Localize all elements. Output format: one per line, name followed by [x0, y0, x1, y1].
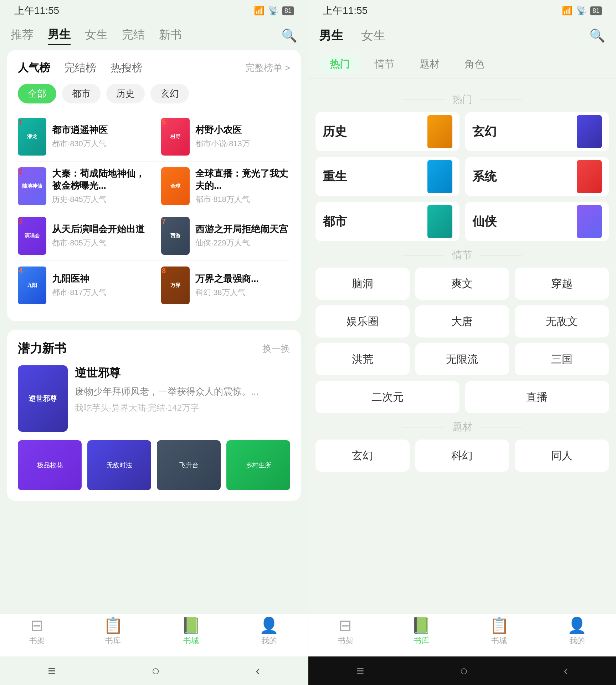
- right-tab-bar: 热门 情节 题材 角色: [308, 50, 616, 78]
- book-cover: 全球 6: [161, 167, 190, 205]
- book-meta: 仙侠·229万人气: [195, 238, 290, 248]
- genre-item-system[interactable]: 系统: [465, 157, 609, 196]
- genre-thumb: [427, 115, 452, 148]
- genre-item-reborn[interactable]: 重生: [315, 157, 460, 196]
- list-item[interactable]: 极品校花: [18, 440, 82, 490]
- rank-number: 5: [162, 118, 166, 126]
- tag-brainstorm[interactable]: 脑洞: [315, 268, 410, 300]
- right-tab-bookshelf[interactable]: ⊟ 书架: [338, 618, 353, 646]
- book-info: 村野小农医 都市小说·813万: [195, 124, 290, 149]
- nav-item-complete[interactable]: 完结: [122, 27, 145, 44]
- rank-tab-hot-search[interactable]: 热搜榜: [111, 61, 143, 75]
- right-tab-library[interactable]: 📗 书库: [411, 618, 431, 646]
- tab-profile-label: 我的: [569, 635, 585, 646]
- tab-library[interactable]: 📋 书库: [103, 618, 123, 646]
- tab-store-label: 书城: [183, 635, 199, 646]
- book-title: 全球直播：竟光了我丈夫的...: [195, 168, 290, 192]
- home-button[interactable]: ○: [460, 663, 468, 679]
- tab-profile[interactable]: 👤 我的: [259, 618, 279, 646]
- refresh-action[interactable]: 换一换: [262, 342, 290, 355]
- tag-entertainment[interactable]: 娱乐圈: [315, 305, 410, 338]
- menu-button[interactable]: ≡: [356, 663, 364, 679]
- back-button[interactable]: ‹: [564, 663, 568, 679]
- list-item[interactable]: 飞升台: [157, 440, 221, 490]
- right-bottom-tab-bar: ⊟ 书架 📗 书库 📋 书城 👤 我的: [308, 614, 616, 656]
- profile-icon: 👤: [259, 618, 279, 633]
- tag-invincible[interactable]: 无敌文: [515, 305, 609, 338]
- tab-hot[interactable]: 热门: [319, 54, 360, 75]
- right-top-nav: 男生 女生 🔍: [308, 21, 616, 50]
- table-row[interactable]: 村野 5 村野小农医 都市小说·813万: [154, 112, 290, 162]
- genre-item-fantasy[interactable]: 玄幻: [465, 112, 609, 151]
- book-cover: 演唱会 3: [18, 217, 46, 255]
- filter-fantasy[interactable]: 玄幻: [150, 84, 189, 103]
- rank-tabs: 人气榜 完结榜 热搜榜 完整榜单 >: [18, 61, 290, 75]
- filter-urban[interactable]: 都市: [62, 84, 101, 103]
- tag-sanguo[interactable]: 三国: [515, 343, 609, 375]
- profile-icon: 👤: [567, 618, 587, 633]
- filter-history[interactable]: 历史: [106, 84, 145, 103]
- home-button[interactable]: ○: [152, 663, 160, 679]
- nav-item-male[interactable]: 男生: [48, 27, 71, 45]
- tab-character[interactable]: 角色: [454, 54, 495, 75]
- genre-name: 历史: [323, 123, 347, 140]
- tag-livestream[interactable]: 直播: [465, 381, 609, 413]
- genre-name: 都市: [323, 213, 347, 230]
- tag-honghuang[interactable]: 洪荒: [315, 343, 410, 375]
- genre-item-urban[interactable]: 都市: [315, 202, 460, 241]
- right-tab-profile[interactable]: 👤 我的: [567, 618, 587, 646]
- tag-anime[interactable]: 二次元: [315, 381, 460, 413]
- tag-datang[interactable]: 大唐: [415, 305, 509, 338]
- table-row[interactable]: 万界 8 万界之最强商... 科幻·38万人气: [154, 261, 290, 310]
- right-search-button[interactable]: 🔍: [589, 28, 605, 43]
- genre-thumb: [577, 160, 602, 193]
- genre-thumb: [577, 205, 602, 238]
- table-row[interactable]: 潜龙 1 都市逍遥神医 都市·830万人气: [18, 112, 154, 162]
- rank-tab-complete[interactable]: 完结榜: [64, 61, 96, 75]
- genre-thumb: [577, 115, 602, 148]
- filter-all[interactable]: 全部: [18, 84, 56, 103]
- battery-indicator: 81: [282, 6, 294, 15]
- table-row[interactable]: 西游 7 西游之开局拒绝闹天宫 仙侠·229万人气: [154, 211, 290, 261]
- book-info: 大秦：荀成陆地神仙，被金榜曝光... 历史·845万人气: [52, 168, 147, 205]
- ranking-card: 人气榜 完结榜 热搜榜 完整榜单 > 全部 都市 历史 玄幻 潜龙 1: [7, 50, 301, 321]
- tag-unlimited[interactable]: 无限流: [415, 343, 509, 375]
- tab-bookshelf[interactable]: ⊟ 书架: [29, 618, 45, 646]
- tag-scifi[interactable]: 科幻: [415, 440, 509, 472]
- signal-icon: 📶: [254, 6, 265, 16]
- tag-cool[interactable]: 爽文: [415, 268, 509, 300]
- right-nav-female[interactable]: 女生: [361, 27, 385, 44]
- featured-title: 逆世邪尊: [75, 365, 290, 381]
- list-item[interactable]: 无敌时法: [87, 440, 151, 490]
- back-button[interactable]: ‹: [256, 663, 260, 679]
- nav-item-new[interactable]: 新书: [159, 27, 182, 44]
- rank-number: 6: [162, 168, 166, 175]
- table-row[interactable]: 演唱会 3 从天后演唱会开始出道 都市·805万人气: [18, 211, 154, 261]
- tag-fanfic[interactable]: 同人: [515, 440, 609, 472]
- book-cover: 村野 5: [161, 118, 190, 156]
- tag-crossover[interactable]: 穿越: [515, 268, 609, 300]
- hot-section: 热门 历史 玄幻 重生: [308, 78, 616, 472]
- nav-item-female[interactable]: 女生: [85, 27, 108, 44]
- featured-book[interactable]: 逆世邪尊 逆世邪尊 废物少年拜师风老，一举获得众人的震惊。... 我吃芋头·异界…: [18, 365, 290, 432]
- table-row[interactable]: 九阳 4 九阳医神 都市·817万人气: [18, 261, 154, 310]
- right-nav-male[interactable]: 男生: [319, 27, 343, 44]
- nav-item-recommend[interactable]: 推荐: [11, 27, 34, 44]
- search-button[interactable]: 🔍: [281, 28, 297, 43]
- full-ranking-link[interactable]: 完整榜单 >: [245, 62, 290, 74]
- genre-item-history[interactable]: 历史: [315, 112, 460, 151]
- genre-item-xianxia[interactable]: 仙侠: [465, 202, 609, 241]
- list-item[interactable]: 乡村生所: [226, 440, 290, 490]
- wifi-icon: 📡: [268, 6, 279, 16]
- menu-button[interactable]: ≡: [48, 663, 56, 679]
- table-row[interactable]: 全球 6 全球直播：竟光了我丈夫的... 都市·818万人气: [154, 162, 290, 211]
- rank-tab-popularity[interactable]: 人气榜: [18, 61, 50, 75]
- tag-xuanhuan[interactable]: 玄幻: [315, 440, 410, 472]
- table-row[interactable]: 陆地神仙 2 大秦：荀成陆地神仙，被金榜曝光... 历史·845万人气: [18, 162, 154, 211]
- tab-emotion[interactable]: 情节: [364, 54, 405, 75]
- rank-number: 3: [19, 218, 22, 225]
- tab-theme[interactable]: 题材: [409, 54, 450, 75]
- tab-store[interactable]: 📗 书城: [181, 618, 201, 646]
- rank-number: 8: [162, 267, 166, 274]
- right-tab-store[interactable]: 📋 书城: [489, 618, 509, 646]
